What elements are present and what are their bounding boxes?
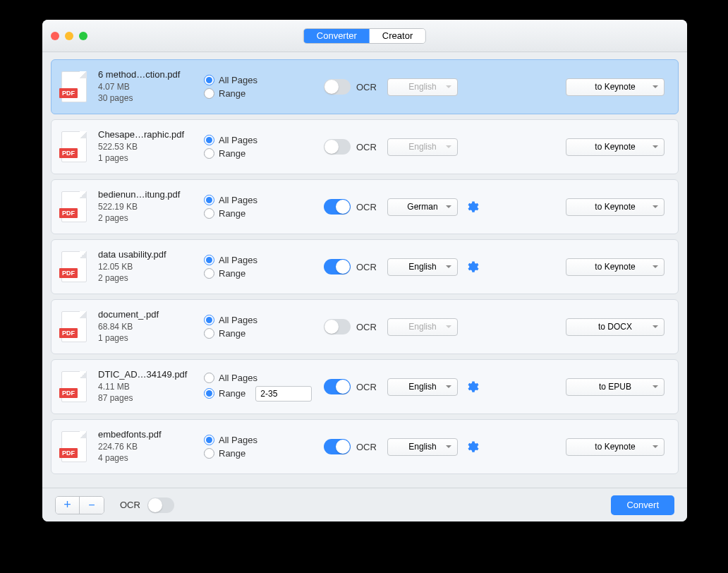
language-group: German [387, 198, 493, 216]
radio-range[interactable]: Range [204, 208, 324, 219]
radio-all-pages[interactable]: All Pages [204, 373, 324, 383]
add-remove-group: + − [55, 496, 104, 514]
ocr-group: OCR [324, 259, 387, 275]
footer-ocr-toggle[interactable] [147, 497, 174, 513]
file-name: data usability.pdf [98, 249, 204, 260]
format-select[interactable]: to Keynote [566, 258, 665, 276]
format-select[interactable]: to Keynote [566, 438, 665, 456]
language-select[interactable]: English [387, 438, 458, 456]
ocr-toggle[interactable] [324, 199, 351, 215]
radio-all-pages[interactable]: All Pages [204, 135, 324, 145]
pages-options: All PagesRange [204, 252, 324, 282]
pages-options: All PagesRange [204, 370, 324, 404]
pdf-badge: PDF [59, 448, 78, 458]
file-list[interactable]: PDF6 method…ction.pdf4.07 MB30 pagesAll … [42, 52, 687, 488]
file-pages: 4 pages [98, 453, 204, 463]
radio-all-pages[interactable]: All Pages [204, 255, 324, 265]
titlebar: Converter Creator [42, 20, 687, 52]
pages-options: All PagesRange [204, 72, 324, 102]
pdf-badge: PDF [59, 148, 78, 158]
radio-range[interactable]: Range [204, 268, 324, 279]
remove-button[interactable]: − [80, 497, 104, 514]
file-info: Chesape…raphic.pdf522.53 KB1 pages [98, 129, 204, 164]
ocr-label: OCR [356, 142, 377, 152]
ocr-toggle[interactable] [324, 259, 351, 275]
radio-range[interactable]: Range [204, 386, 324, 402]
language-select[interactable]: English [387, 378, 458, 396]
gear-icon[interactable] [465, 260, 479, 274]
table-row[interactable]: PDFdata usability.pdf12.05 KB2 pagesAll … [51, 239, 679, 294]
ocr-toggle[interactable] [324, 379, 351, 394]
radio-range[interactable]: Range [204, 328, 324, 339]
format-select[interactable]: to Keynote [566, 138, 665, 156]
gear-icon[interactable] [465, 200, 479, 214]
file-name: embedfonts.pdf [98, 429, 204, 440]
mode-tabs: Converter Creator [303, 28, 426, 44]
language-select: English [387, 318, 458, 336]
format-select[interactable]: to Keynote [566, 198, 665, 216]
convert-button[interactable]: Convert [611, 495, 674, 515]
radio-all-pages[interactable]: All Pages [204, 435, 324, 445]
ocr-toggle[interactable] [324, 79, 351, 95]
pdf-badge: PDF [59, 388, 78, 398]
pdf-file-icon: PDF [61, 71, 87, 102]
pdf-file-icon: PDF [61, 311, 87, 342]
add-button[interactable]: + [56, 497, 80, 514]
table-row[interactable]: PDFdocument_.pdf68.84 KB1 pagesAll Pages… [51, 299, 679, 354]
close-icon[interactable] [51, 32, 59, 40]
language-select: English [387, 78, 458, 96]
file-pages: 87 pages [98, 393, 204, 403]
language-select: English [387, 138, 458, 156]
file-info: 6 method…ction.pdf4.07 MB30 pages [98, 69, 204, 104]
pdf-badge: PDF [59, 268, 78, 278]
minimize-icon[interactable] [65, 32, 73, 40]
ocr-label: OCR [356, 322, 377, 332]
range-input[interactable] [255, 386, 312, 402]
footer: + − OCR Convert [42, 488, 687, 521]
format-group: to EPUB [566, 378, 668, 396]
table-row[interactable]: PDF6 method…ction.pdf4.07 MB30 pagesAll … [51, 59, 679, 114]
file-pages: 2 pages [98, 213, 204, 223]
pdf-file-icon: PDF [61, 431, 87, 462]
file-size: 4.07 MB [98, 82, 204, 92]
ocr-group: OCR [324, 199, 387, 215]
ocr-group: OCR [324, 379, 387, 394]
ocr-label: OCR [356, 202, 377, 212]
language-group: English [387, 378, 493, 396]
ocr-group: OCR [324, 79, 387, 95]
radio-all-pages[interactable]: All Pages [204, 75, 324, 85]
file-size: 68.84 KB [98, 322, 204, 332]
ocr-label: OCR [356, 382, 377, 392]
format-group: to Keynote [566, 138, 668, 156]
tab-creator[interactable]: Creator [370, 29, 425, 43]
tab-converter[interactable]: Converter [304, 29, 370, 43]
table-row[interactable]: PDFbedienun…itung.pdf522.19 KB2 pagesAll… [51, 179, 679, 234]
file-size: 4.11 MB [98, 382, 204, 392]
ocr-toggle[interactable] [324, 319, 351, 334]
gear-icon[interactable] [465, 380, 479, 394]
table-row[interactable]: PDFChesape…raphic.pdf522.53 KB1 pagesAll… [51, 119, 679, 174]
gear-icon[interactable] [465, 440, 479, 454]
radio-range[interactable]: Range [204, 88, 324, 99]
format-select[interactable]: to Keynote [566, 78, 665, 96]
table-row[interactable]: PDFembedfonts.pdf224.76 KB4 pagesAll Pag… [51, 419, 679, 474]
ocr-toggle[interactable] [324, 439, 351, 454]
language-select[interactable]: English [387, 258, 458, 276]
file-pages: 30 pages [98, 93, 204, 103]
file-info: DTIC_AD…34149.pdf4.11 MB87 pages [98, 369, 204, 404]
radio-all-pages[interactable]: All Pages [204, 195, 324, 205]
format-select[interactable]: to EPUB [566, 378, 665, 396]
radio-all-pages[interactable]: All Pages [204, 315, 324, 325]
footer-ocr-label: OCR [120, 500, 140, 510]
pdf-badge: PDF [59, 208, 78, 218]
radio-range[interactable]: Range [204, 148, 324, 159]
table-row[interactable]: PDFDTIC_AD…34149.pdf4.11 MB87 pagesAll P… [51, 359, 679, 414]
language-group: English [387, 138, 493, 156]
format-select[interactable]: to DOCX [566, 318, 665, 336]
language-group: English [387, 258, 493, 276]
ocr-toggle[interactable] [324, 139, 351, 155]
maximize-icon[interactable] [79, 32, 87, 40]
language-select[interactable]: German [387, 198, 458, 216]
file-size: 224.76 KB [98, 442, 204, 452]
radio-range[interactable]: Range [204, 448, 324, 459]
